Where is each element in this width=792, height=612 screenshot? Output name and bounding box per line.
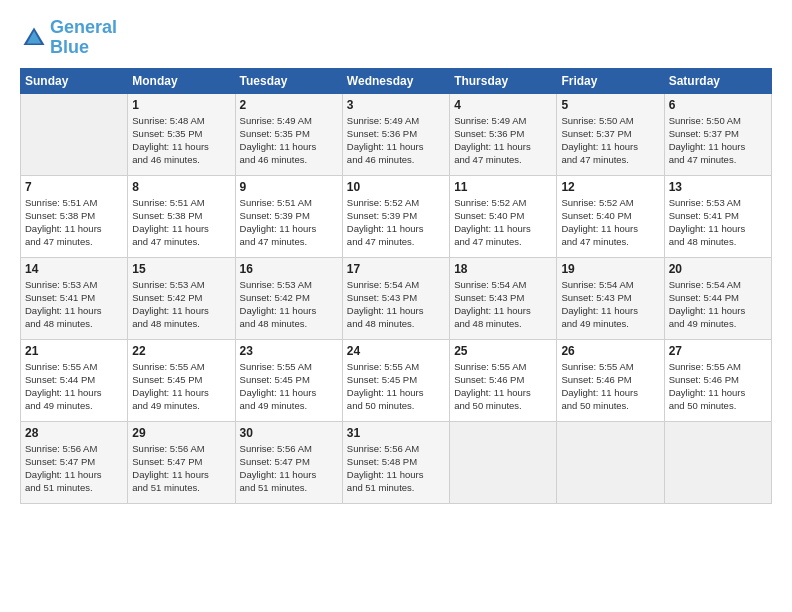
day-info: Sunrise: 5:53 AM Sunset: 5:41 PM Dayligh… bbox=[25, 278, 123, 331]
day-info: Sunrise: 5:56 AM Sunset: 5:47 PM Dayligh… bbox=[25, 442, 123, 495]
week-row-2: 7Sunrise: 5:51 AM Sunset: 5:38 PM Daylig… bbox=[21, 175, 772, 257]
day-info: Sunrise: 5:55 AM Sunset: 5:45 PM Dayligh… bbox=[132, 360, 230, 413]
day-info: Sunrise: 5:54 AM Sunset: 5:44 PM Dayligh… bbox=[669, 278, 767, 331]
calendar-cell: 23Sunrise: 5:55 AM Sunset: 5:45 PM Dayli… bbox=[235, 339, 342, 421]
calendar-cell: 25Sunrise: 5:55 AM Sunset: 5:46 PM Dayli… bbox=[450, 339, 557, 421]
day-info: Sunrise: 5:49 AM Sunset: 5:36 PM Dayligh… bbox=[454, 114, 552, 167]
day-number: 16 bbox=[240, 262, 338, 276]
day-info: Sunrise: 5:54 AM Sunset: 5:43 PM Dayligh… bbox=[347, 278, 445, 331]
weekday-tuesday: Tuesday bbox=[235, 68, 342, 93]
calendar-cell: 14Sunrise: 5:53 AM Sunset: 5:41 PM Dayli… bbox=[21, 257, 128, 339]
day-number: 5 bbox=[561, 98, 659, 112]
day-info: Sunrise: 5:54 AM Sunset: 5:43 PM Dayligh… bbox=[454, 278, 552, 331]
day-number: 4 bbox=[454, 98, 552, 112]
day-number: 21 bbox=[25, 344, 123, 358]
calendar-cell: 3Sunrise: 5:49 AM Sunset: 5:36 PM Daylig… bbox=[342, 93, 449, 175]
calendar-cell: 7Sunrise: 5:51 AM Sunset: 5:38 PM Daylig… bbox=[21, 175, 128, 257]
week-row-3: 14Sunrise: 5:53 AM Sunset: 5:41 PM Dayli… bbox=[21, 257, 772, 339]
day-number: 11 bbox=[454, 180, 552, 194]
day-info: Sunrise: 5:53 AM Sunset: 5:42 PM Dayligh… bbox=[132, 278, 230, 331]
calendar-cell: 10Sunrise: 5:52 AM Sunset: 5:39 PM Dayli… bbox=[342, 175, 449, 257]
day-info: Sunrise: 5:54 AM Sunset: 5:43 PM Dayligh… bbox=[561, 278, 659, 331]
day-number: 15 bbox=[132, 262, 230, 276]
day-number: 6 bbox=[669, 98, 767, 112]
day-number: 31 bbox=[347, 426, 445, 440]
day-info: Sunrise: 5:48 AM Sunset: 5:35 PM Dayligh… bbox=[132, 114, 230, 167]
calendar-cell bbox=[557, 421, 664, 503]
calendar-table: SundayMondayTuesdayWednesdayThursdayFrid… bbox=[20, 68, 772, 504]
calendar-cell bbox=[21, 93, 128, 175]
calendar-cell: 28Sunrise: 5:56 AM Sunset: 5:47 PM Dayli… bbox=[21, 421, 128, 503]
day-number: 19 bbox=[561, 262, 659, 276]
calendar-cell: 2Sunrise: 5:49 AM Sunset: 5:35 PM Daylig… bbox=[235, 93, 342, 175]
day-number: 23 bbox=[240, 344, 338, 358]
day-info: Sunrise: 5:49 AM Sunset: 5:35 PM Dayligh… bbox=[240, 114, 338, 167]
day-number: 10 bbox=[347, 180, 445, 194]
day-info: Sunrise: 5:55 AM Sunset: 5:45 PM Dayligh… bbox=[240, 360, 338, 413]
calendar-cell: 19Sunrise: 5:54 AM Sunset: 5:43 PM Dayli… bbox=[557, 257, 664, 339]
day-info: Sunrise: 5:56 AM Sunset: 5:47 PM Dayligh… bbox=[132, 442, 230, 495]
calendar-cell: 11Sunrise: 5:52 AM Sunset: 5:40 PM Dayli… bbox=[450, 175, 557, 257]
calendar-cell: 18Sunrise: 5:54 AM Sunset: 5:43 PM Dayli… bbox=[450, 257, 557, 339]
day-number: 12 bbox=[561, 180, 659, 194]
day-number: 25 bbox=[454, 344, 552, 358]
day-info: Sunrise: 5:51 AM Sunset: 5:38 PM Dayligh… bbox=[132, 196, 230, 249]
day-number: 26 bbox=[561, 344, 659, 358]
day-info: Sunrise: 5:56 AM Sunset: 5:48 PM Dayligh… bbox=[347, 442, 445, 495]
day-info: Sunrise: 5:53 AM Sunset: 5:41 PM Dayligh… bbox=[669, 196, 767, 249]
weekday-wednesday: Wednesday bbox=[342, 68, 449, 93]
day-number: 14 bbox=[25, 262, 123, 276]
weekday-thursday: Thursday bbox=[450, 68, 557, 93]
day-info: Sunrise: 5:51 AM Sunset: 5:38 PM Dayligh… bbox=[25, 196, 123, 249]
day-info: Sunrise: 5:55 AM Sunset: 5:45 PM Dayligh… bbox=[347, 360, 445, 413]
day-info: Sunrise: 5:50 AM Sunset: 5:37 PM Dayligh… bbox=[669, 114, 767, 167]
calendar-cell: 20Sunrise: 5:54 AM Sunset: 5:44 PM Dayli… bbox=[664, 257, 771, 339]
logo: General Blue bbox=[20, 18, 117, 58]
calendar-cell: 15Sunrise: 5:53 AM Sunset: 5:42 PM Dayli… bbox=[128, 257, 235, 339]
calendar-cell: 22Sunrise: 5:55 AM Sunset: 5:45 PM Dayli… bbox=[128, 339, 235, 421]
day-number: 9 bbox=[240, 180, 338, 194]
day-number: 22 bbox=[132, 344, 230, 358]
calendar-cell: 12Sunrise: 5:52 AM Sunset: 5:40 PM Dayli… bbox=[557, 175, 664, 257]
day-info: Sunrise: 5:55 AM Sunset: 5:46 PM Dayligh… bbox=[454, 360, 552, 413]
week-row-5: 28Sunrise: 5:56 AM Sunset: 5:47 PM Dayli… bbox=[21, 421, 772, 503]
day-number: 3 bbox=[347, 98, 445, 112]
header: General Blue bbox=[20, 18, 772, 58]
day-number: 7 bbox=[25, 180, 123, 194]
day-info: Sunrise: 5:53 AM Sunset: 5:42 PM Dayligh… bbox=[240, 278, 338, 331]
calendar-cell: 6Sunrise: 5:50 AM Sunset: 5:37 PM Daylig… bbox=[664, 93, 771, 175]
day-info: Sunrise: 5:55 AM Sunset: 5:46 PM Dayligh… bbox=[669, 360, 767, 413]
calendar-cell: 8Sunrise: 5:51 AM Sunset: 5:38 PM Daylig… bbox=[128, 175, 235, 257]
calendar-cell: 4Sunrise: 5:49 AM Sunset: 5:36 PM Daylig… bbox=[450, 93, 557, 175]
calendar-cell: 30Sunrise: 5:56 AM Sunset: 5:47 PM Dayli… bbox=[235, 421, 342, 503]
day-info: Sunrise: 5:55 AM Sunset: 5:46 PM Dayligh… bbox=[561, 360, 659, 413]
day-number: 27 bbox=[669, 344, 767, 358]
calendar-cell: 13Sunrise: 5:53 AM Sunset: 5:41 PM Dayli… bbox=[664, 175, 771, 257]
weekday-sunday: Sunday bbox=[21, 68, 128, 93]
calendar-cell: 1Sunrise: 5:48 AM Sunset: 5:35 PM Daylig… bbox=[128, 93, 235, 175]
day-number: 24 bbox=[347, 344, 445, 358]
calendar-cell: 21Sunrise: 5:55 AM Sunset: 5:44 PM Dayli… bbox=[21, 339, 128, 421]
day-number: 13 bbox=[669, 180, 767, 194]
calendar-cell: 5Sunrise: 5:50 AM Sunset: 5:37 PM Daylig… bbox=[557, 93, 664, 175]
day-number: 1 bbox=[132, 98, 230, 112]
calendar-cell bbox=[664, 421, 771, 503]
day-info: Sunrise: 5:50 AM Sunset: 5:37 PM Dayligh… bbox=[561, 114, 659, 167]
day-number: 20 bbox=[669, 262, 767, 276]
day-number: 30 bbox=[240, 426, 338, 440]
day-number: 18 bbox=[454, 262, 552, 276]
calendar-cell: 9Sunrise: 5:51 AM Sunset: 5:39 PM Daylig… bbox=[235, 175, 342, 257]
calendar-cell: 31Sunrise: 5:56 AM Sunset: 5:48 PM Dayli… bbox=[342, 421, 449, 503]
calendar-cell: 16Sunrise: 5:53 AM Sunset: 5:42 PM Dayli… bbox=[235, 257, 342, 339]
day-number: 29 bbox=[132, 426, 230, 440]
weekday-friday: Friday bbox=[557, 68, 664, 93]
weekday-saturday: Saturday bbox=[664, 68, 771, 93]
day-info: Sunrise: 5:51 AM Sunset: 5:39 PM Dayligh… bbox=[240, 196, 338, 249]
day-info: Sunrise: 5:52 AM Sunset: 5:40 PM Dayligh… bbox=[561, 196, 659, 249]
calendar-cell: 17Sunrise: 5:54 AM Sunset: 5:43 PM Dayli… bbox=[342, 257, 449, 339]
day-number: 28 bbox=[25, 426, 123, 440]
logo-text: General Blue bbox=[50, 18, 117, 58]
weekday-monday: Monday bbox=[128, 68, 235, 93]
page-container: General Blue SundayMondayTuesdayWednesda… bbox=[0, 0, 792, 514]
day-info: Sunrise: 5:49 AM Sunset: 5:36 PM Dayligh… bbox=[347, 114, 445, 167]
